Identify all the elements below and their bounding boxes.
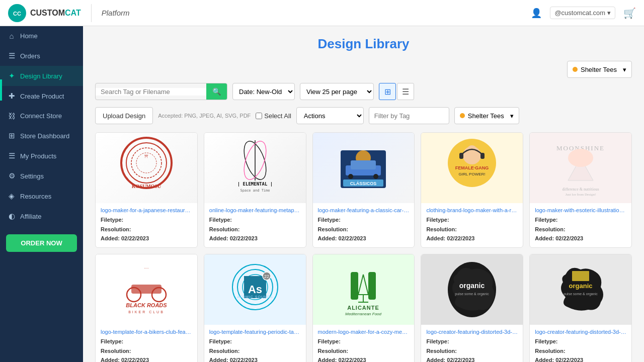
svg-text:BIKER CLUB: BIKER CLUB [128, 310, 165, 314]
card-meta: Filetype: Resolution: Added: 02/22/2023 [101, 215, 192, 243]
header: CC CUSTOMCAT Platform 👤 @customcat.com ▾… [0, 0, 644, 26]
card-meta: Filetype: Resolution: Added: 02/22/2023 [426, 215, 518, 243]
sidebar-item-connect-store[interactable]: ⛓ Connect Store [0, 106, 83, 126]
store-filter-badge[interactable]: Shelter Tees ▾ [454, 107, 519, 124]
design-card[interactable]: BLACK ROADS BIKER CLUB ····· logo-templa… [95, 254, 198, 362]
svg-text:Just Ice from Design!: Just Ice from Design! [566, 193, 596, 197]
card-meta: Filetype: Resolution: Added: 02/22/2023 [209, 215, 301, 243]
search-input[interactable] [96, 88, 206, 96]
svg-point-2 [121, 138, 172, 188]
date-sort-select[interactable]: Date: New-Old Date: Old-New Name: A-Z Na… [232, 83, 295, 100]
select-all-label[interactable]: Select All [256, 112, 291, 120]
card-image: MOONSHINE difference & nutritious Just I… [530, 133, 631, 203]
logo-text: CUSTOMCAT [30, 9, 81, 18]
design-card[interactable]: 22 As ATOMIC SOUNDS logo-template-featur… [204, 254, 306, 362]
sidebar-item-home[interactable]: ⌂ Home [0, 26, 83, 46]
card-name: logo-maker-featuring-a-classic-car-gra..… [318, 207, 410, 213]
svg-text:CC: CC [13, 11, 21, 17]
sidebar-item-label: Create Product [20, 93, 64, 100]
sidebar-item-store-dashboard[interactable]: ⊞ Store Dashboard [0, 126, 83, 146]
design-card[interactable]: CLÁSSICOS logo-maker-featuring-a-classic… [312, 132, 415, 248]
header-right: 👤 @customcat.com ▾ 🛒 [531, 7, 636, 19]
active-indicator [0, 79, 2, 101]
actions-select[interactable]: Actions Delete Selected Tag Selected [296, 107, 364, 124]
card-meta: Filetype: Resolution: Added: 02/22/2023 [535, 337, 626, 362]
sidebar-item-label: Store Dashboard [20, 132, 69, 140]
svg-point-18 [373, 174, 378, 179]
svg-rect-48 [351, 272, 358, 300]
my-products-icon: ☰ [7, 151, 16, 160]
svg-text:organic: organic [569, 282, 593, 290]
sidebar-item-resources[interactable]: ◈ Resources [0, 186, 83, 206]
svg-text:Mediterranean Food: Mediterranean Food [345, 312, 382, 316]
account-chevron-icon: ▾ [607, 9, 611, 17]
sidebar-item-my-products[interactable]: ☰ My Products [0, 146, 83, 166]
view-toggle: ⊞ ☰ [379, 83, 414, 100]
card-meta: Filetype: Resolution: Added: 02/22/2023 [318, 215, 410, 243]
header-left: CC CUSTOMCAT Platform [8, 4, 130, 22]
cart-icon[interactable]: 🛒 [623, 7, 636, 19]
top-store-selector[interactable]: Shelter Tees ▾ [567, 61, 632, 78]
sidebar-item-label: Design Library [20, 72, 62, 80]
card-name: online-logo-maker-featuring-metaphy... [209, 207, 301, 213]
svg-text:GIRL POWER!: GIRL POWER! [459, 172, 486, 176]
logo-area: CC CUSTOMCAT [8, 4, 92, 22]
store-dot-icon [573, 67, 578, 72]
svg-rect-26 [459, 153, 463, 159]
card-body: logo-maker-with-esoteric-illustrations..… [530, 203, 631, 247]
svg-rect-27 [480, 153, 485, 159]
svg-point-17 [348, 174, 353, 179]
card-meta: Filetype: Resolution: Added: 02/22/2023 [101, 337, 192, 362]
top-store-name: Shelter Tees [581, 66, 617, 73]
sidebar-item-design-library[interactable]: ✦ Design Library [0, 66, 83, 86]
svg-text:22: 22 [264, 274, 269, 279]
sidebar-item-orders[interactable]: ☰ Orders [0, 46, 83, 66]
design-card[interactable]: ⛩ KOSUMOSU logo-maker-for-a-japanese-res… [95, 132, 198, 248]
per-page-select[interactable]: View 25 per page View 50 per page View 1… [300, 83, 374, 100]
svg-text:ALICANTE: ALICANTE [348, 305, 380, 311]
grid-view-button[interactable]: ⊞ [379, 83, 396, 100]
svg-text:FEMALE·GANG: FEMALE·GANG [455, 165, 489, 170]
upload-design-button[interactable]: Upload Design [95, 107, 153, 124]
svg-text:pulse some & organic: pulse some & organic [564, 292, 598, 296]
svg-point-30 [568, 149, 593, 167]
design-card[interactable]: ALICANTE Mediterranean Food modern-logo-… [312, 254, 415, 362]
card-name: logo-template-for-a-bikers-club-featu... [101, 329, 192, 335]
design-card[interactable]: organic pulse some & organic logo-creato… [421, 254, 523, 362]
svg-text:| ELEMENTAL |: | ELEMENTAL | [237, 182, 272, 187]
svg-text:CLÁSSICOS: CLÁSSICOS [350, 181, 377, 186]
accepted-formats-text: Accepted: PNG, JPEG, AI, SVG, PDF [158, 113, 251, 119]
card-body: logo-creator-featuring-distorted-3d-s...… [421, 325, 523, 362]
design-card[interactable]: MOONSHINE difference & nutritious Just I… [529, 132, 632, 248]
home-icon: ⌂ [7, 32, 16, 40]
card-image: | ELEMENTAL | Space and Time [204, 133, 306, 203]
svg-text:KOSUMOSU: KOSUMOSU [132, 184, 161, 189]
select-all-checkbox[interactable] [256, 113, 262, 119]
svg-rect-35 [131, 285, 162, 294]
order-now-button[interactable]: ORDER NOW [6, 234, 77, 252]
card-image: ALICANTE Mediterranean Food [313, 254, 415, 325]
design-card[interactable]: organic pulse some & organic logo-creato… [529, 254, 632, 362]
svg-text:·····: ····· [144, 266, 149, 270]
card-image: CLÁSSICOS [313, 133, 415, 203]
card-body: logo-maker-for-a-japanese-restaurant... … [96, 203, 197, 247]
user-icon[interactable]: 👤 [531, 8, 542, 19]
card-body: logo-template-featuring-periodic-tabl...… [204, 325, 306, 362]
main-layout: ⌂ Home ☰ Orders ✦ Design Library ✚ Creat… [0, 26, 644, 362]
sidebar-item-settings[interactable]: ⚙ Settings [0, 166, 83, 186]
search-button[interactable]: 🔍 [206, 83, 227, 100]
store-filter-name: Shelter Tees [468, 112, 504, 120]
design-card[interactable]: | ELEMENTAL | Space and Time online-logo… [204, 132, 306, 248]
svg-text:Space and Time: Space and Time [240, 189, 270, 193]
sidebar-item-label: My Products [20, 152, 56, 160]
sidebar-item-affiliate[interactable]: ◐ Affiliate [0, 206, 83, 226]
search-box: 🔍 [95, 83, 227, 100]
account-button[interactable]: @customcat.com ▾ [550, 7, 615, 19]
card-image: 22 As ATOMIC SOUNDS [204, 254, 306, 325]
sidebar-item-label: Connect Store [20, 112, 62, 120]
design-card[interactable]: FEMALE·GANG GIRL POWER! clothing-brand-l… [421, 132, 523, 248]
filter-tag-input[interactable] [369, 107, 449, 124]
store-filter-dot-icon [460, 113, 465, 118]
list-view-button[interactable]: ☰ [397, 83, 414, 100]
sidebar-item-create-product[interactable]: ✚ Create Product [0, 86, 83, 106]
